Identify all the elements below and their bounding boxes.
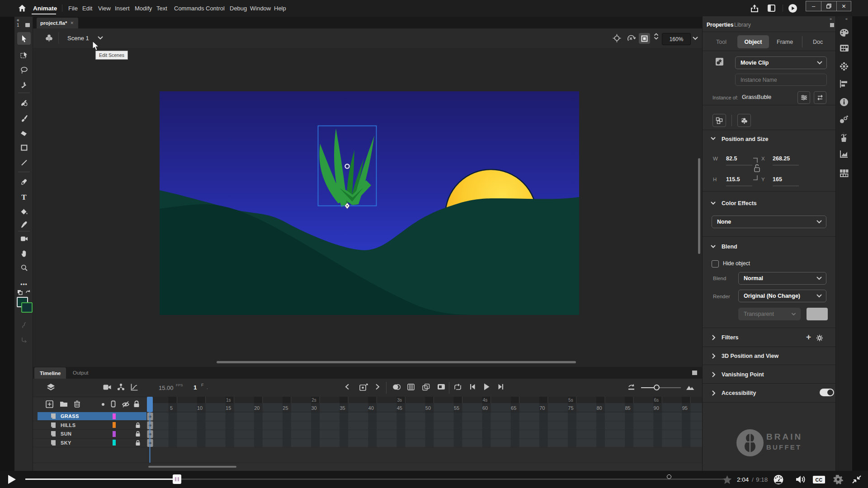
player-shrink-icon[interactable] [852, 475, 862, 484]
canvas-pasteboard[interactable] [33, 48, 702, 367]
position-size-header[interactable]: Position and Size [722, 136, 769, 142]
frame-span-icon[interactable] [437, 384, 445, 390]
break-apart-button[interactable] [712, 114, 726, 127]
document-tab[interactable]: project.fla* ✕ [37, 18, 78, 28]
tab-properties[interactable]: Properties [707, 22, 733, 28]
tab-output[interactable]: Output [73, 370, 89, 375]
fluid-brush-tool[interactable] [17, 96, 31, 109]
eyedropper-tool[interactable] [17, 218, 31, 231]
edit-scene-chevron-icon[interactable] [98, 36, 103, 40]
filters-header[interactable]: Filters [722, 334, 739, 341]
clip-content-toggle[interactable] [639, 33, 650, 44]
symbol-type-dropdown[interactable]: Movie Clip [735, 56, 827, 69]
document-tab-close-icon[interactable]: ✕ [70, 21, 74, 25]
player-progress-track[interactable] [25, 479, 723, 480]
panel-menu-icon[interactable] [830, 23, 834, 27]
app-title[interactable]: Animate [33, 5, 57, 12]
menu-insert[interactable]: Insert [115, 5, 130, 12]
edit-multiple-frames-icon[interactable] [422, 384, 430, 391]
timeline-frame-grid[interactable]: 1s2s3s4s5s6s5101520253035404550556065707… [147, 397, 702, 463]
menu-debug[interactable]: Debug [230, 5, 247, 12]
add-filter-icon[interactable]: + [806, 332, 811, 342]
accessibility-chevron-icon[interactable] [712, 390, 716, 396]
mode-tab-doc[interactable]: Doc [813, 39, 823, 45]
h-value[interactable]: 115.5 [726, 176, 740, 183]
lock-aspect-ratio-icon[interactable] [751, 156, 761, 182]
timeline-zoom-slider[interactable] [641, 387, 681, 388]
step-back-icon[interactable] [345, 384, 349, 390]
restore-button[interactable] [821, 1, 837, 11]
player-speed-icon[interactable] [773, 474, 784, 485]
selection-tool[interactable] [17, 32, 31, 45]
new-folder-icon[interactable] [60, 401, 68, 407]
layer-lock-icon[interactable] [135, 422, 141, 428]
mode-tab-object[interactable]: Object [737, 35, 769, 48]
pen-tool[interactable] [17, 176, 31, 188]
canvas-horizontal-scrollbar[interactable] [217, 361, 576, 363]
delete-layer-icon[interactable] [74, 400, 80, 408]
layer-stack-icon[interactable] [47, 383, 55, 391]
symbols-breadcrumb-icon[interactable] [45, 33, 53, 42]
tab-timeline[interactable]: Timeline [34, 367, 66, 379]
current-frame[interactable]: 1 [193, 384, 197, 391]
hand-tool[interactable] [17, 247, 31, 260]
menu-help[interactable]: Help [274, 5, 286, 12]
player-star-icon[interactable] [722, 475, 732, 485]
accessibility-header[interactable]: Accessibility [722, 390, 756, 396]
color-panel-icon[interactable] [840, 28, 849, 37]
asset-sculpt-panel-icon[interactable] [840, 133, 848, 142]
threed-position-header[interactable]: 3D Position and View [722, 353, 778, 359]
fps-value[interactable]: 15.00 [159, 385, 174, 391]
mode-tab-frame[interactable]: Frame [777, 39, 793, 45]
timeline-zoom-slider-knob[interactable] [654, 385, 660, 390]
x-value[interactable]: 268.25 [773, 155, 790, 162]
link-layers-icon[interactable] [117, 383, 125, 391]
toolbar-edit-icon[interactable] [25, 23, 30, 27]
player-progress-handle[interactable] [173, 474, 181, 484]
swap-symbol-button[interactable] [814, 91, 826, 104]
outline-column-icon[interactable] [111, 400, 116, 408]
test-movie-icon[interactable] [788, 4, 797, 13]
timeline-horizontal-scrollbar[interactable] [148, 466, 236, 468]
graph-editor-icon[interactable] [131, 383, 138, 391]
menu-control[interactable]: Control [206, 5, 225, 12]
timeline-panel-menu-icon[interactable] [692, 371, 697, 375]
panel-collapse-icon[interactable]: » [830, 17, 832, 21]
fragments-panel-icon[interactable] [840, 62, 849, 71]
highlight-column-icon[interactable] [102, 403, 104, 406]
zoom-tool[interactable] [17, 261, 31, 274]
menu-edit[interactable]: Edit [82, 5, 92, 12]
paint-bucket-tool[interactable] [17, 205, 31, 218]
swap-colors-icon[interactable] [17, 290, 24, 295]
w-value[interactable]: 82.5 [726, 155, 737, 162]
layer-lock-icon[interactable] [135, 440, 141, 446]
instance-name-input[interactable]: Instance Name [735, 74, 827, 86]
collapse-panel-icon[interactable]: « [17, 18, 19, 23]
layer-row[interactable]: HILLS [38, 421, 146, 429]
vanishing-point-chevron-icon[interactable] [712, 372, 716, 377]
tab-library[interactable]: Library [734, 22, 751, 28]
layer-lock-icon[interactable] [135, 431, 141, 437]
layer-color-chip[interactable] [113, 422, 116, 428]
expand-panels-icon[interactable]: « [845, 17, 848, 21]
layer-color-chip[interactable] [113, 440, 116, 446]
minimize-button[interactable]: – [806, 1, 821, 11]
history-panel-icon[interactable] [840, 150, 849, 158]
rotation-icon[interactable] [627, 34, 636, 42]
vanishing-point-header[interactable]: Vanishing Point [722, 371, 764, 378]
menu-modify[interactable]: Modify [135, 5, 152, 12]
menu-view[interactable]: View [98, 5, 111, 12]
line-tool[interactable] [17, 156, 31, 169]
layer-row[interactable]: GRASS [38, 412, 146, 420]
center-stage-icon[interactable] [613, 34, 621, 42]
onion-skin-icon[interactable] [392, 384, 401, 390]
eraser-tool[interactable] [17, 127, 31, 140]
player-play-icon[interactable] [7, 474, 16, 484]
swatches-panel-icon[interactable] [840, 44, 849, 52]
blend-chevron-icon[interactable] [711, 245, 716, 249]
step-forward-icon[interactable] [376, 384, 380, 390]
onion-skin-outline-icon[interactable] [407, 384, 415, 390]
edit-symbol-button[interactable] [797, 91, 810, 104]
blend-mode-dropdown[interactable]: Normal [738, 272, 826, 285]
hide-object-checkbox[interactable] [712, 260, 719, 267]
